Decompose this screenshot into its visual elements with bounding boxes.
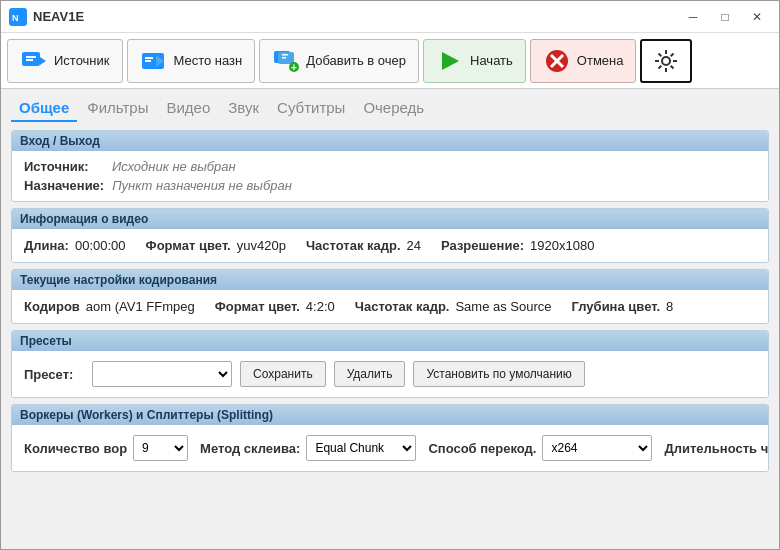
source-value: Исходник не выбран	[112, 159, 236, 174]
tab-general[interactable]: Общее	[11, 95, 77, 122]
encoding-header: Текущие настройки кодирования	[12, 270, 768, 290]
add-to-queue-button[interactable]: + Добавить в очер	[259, 39, 419, 83]
bitdepth-item: Глубина цвет. 8	[572, 299, 674, 314]
start-icon	[436, 47, 464, 75]
encoding-section: Текущие настройки кодирования Кодиров ao…	[11, 269, 769, 324]
svg-marker-15	[442, 52, 459, 70]
codec-label: Кодиров	[24, 299, 80, 314]
merge-method-label: Метод склеива:	[200, 441, 300, 456]
window-title: NEAV1E	[33, 9, 84, 24]
framerate-item: Частотак кадр. 24	[306, 238, 421, 253]
video-info-body: Длина: 00:00:00 Формат цвет. yuv420p Час…	[12, 229, 768, 262]
preset-label: Пресет:	[24, 367, 84, 382]
delete-preset-button[interactable]: Удалить	[334, 361, 406, 387]
workers-count-select[interactable]: 9 1 2 4 8	[133, 435, 188, 461]
source-row: Источник: Исходник не выбран	[24, 157, 756, 176]
duration-label: Длина:	[24, 238, 69, 253]
svg-rect-11	[282, 54, 288, 56]
resolution-item: Разрешение: 1920x1080	[441, 238, 594, 253]
io-section: Вход / Выход Источник: Исходник не выбра…	[11, 130, 769, 202]
chunk-duration-label: Длительность чанка (се	[664, 441, 769, 456]
set-default-preset-button[interactable]: Установить по умолчанию	[413, 361, 584, 387]
svg-line-25	[671, 65, 674, 68]
encoding-body: Кодиров aom (AV1 FFmpeg Формат цвет. 4:2…	[12, 290, 768, 323]
nav-tabs: Общее Фильтры Видео Звук Субтитры Очеред…	[1, 89, 779, 122]
codec-value: aom (AV1 FFmpeg	[86, 299, 195, 314]
framerate-value: 24	[407, 238, 421, 253]
enc-colorformat-value: 4:2:0	[306, 299, 335, 314]
enc-framerate-value: Same as Source	[455, 299, 551, 314]
enc-colorformat-label: Формат цвет.	[215, 299, 300, 314]
workers-count-label: Количество вор	[24, 441, 127, 456]
tab-video[interactable]: Видео	[158, 95, 218, 122]
source-icon	[20, 47, 48, 75]
dest-value: Пункт назначения не выбран	[112, 178, 292, 193]
enc-framerate-label: Частотак кадр.	[355, 299, 450, 314]
maximize-button[interactable]: □	[711, 6, 739, 28]
video-info-section: Информация о видео Длина: 00:00:00 Форма…	[11, 208, 769, 263]
start-label: Начать	[470, 53, 513, 68]
svg-rect-12	[282, 57, 286, 59]
merge-method-select[interactable]: Equal Chunk	[306, 435, 416, 461]
cancel-button[interactable]: Отмена	[530, 39, 637, 83]
resolution-label: Разрешение:	[441, 238, 524, 253]
colorformat-value: yuv420p	[237, 238, 286, 253]
destination-button[interactable]: Место назн	[127, 39, 256, 83]
dest-row: Назначение: Пункт назначения не выбран	[24, 176, 756, 195]
workers-count-item: Количество вор 9 1 2 4 8	[24, 435, 188, 461]
duration-value: 00:00:00	[75, 238, 126, 253]
presets-body: Пресет: Сохранить Удалить Установить по …	[12, 351, 768, 397]
main-window: N NEAV1E ─ □ ✕ Источник	[0, 0, 780, 550]
minimize-button[interactable]: ─	[679, 6, 707, 28]
svg-line-27	[659, 65, 662, 68]
destination-label: Место назн	[174, 53, 243, 68]
colorformat-item: Формат цвет. yuv420p	[146, 238, 286, 253]
bitdepth-label: Глубина цвет.	[572, 299, 660, 314]
svg-text:N: N	[12, 13, 19, 23]
pass-method-label: Способ перекод.	[428, 441, 536, 456]
pass-method-select[interactable]: x264	[542, 435, 652, 461]
svg-rect-7	[145, 57, 153, 59]
workers-header: Воркеры (Workers) и Сплиттеры (Splitting…	[12, 405, 768, 425]
resolution-value: 1920x1080	[530, 238, 594, 253]
svg-point-19	[662, 57, 670, 65]
bitdepth-value: 8	[666, 299, 673, 314]
io-header: Вход / Выход	[12, 131, 768, 151]
presets-row: Пресет: Сохранить Удалить Установить по …	[24, 357, 756, 391]
svg-text:+: +	[291, 62, 297, 73]
tab-filters[interactable]: Фильтры	[79, 95, 156, 122]
settings-icon	[652, 47, 680, 75]
window-controls: ─ □ ✕	[679, 6, 771, 28]
add-to-queue-icon: +	[272, 47, 300, 75]
app-icon: N	[9, 8, 27, 26]
framerate-label: Частотак кадр.	[306, 238, 401, 253]
tab-subtitles[interactable]: Субтитры	[269, 95, 353, 122]
workers-row: Количество вор 9 1 2 4 8 Метод склеива: …	[24, 431, 756, 465]
svg-rect-4	[26, 59, 33, 61]
workers-section: Воркеры (Workers) и Сплиттеры (Splitting…	[11, 404, 769, 472]
title-bar: N NEAV1E ─ □ ✕	[1, 1, 779, 33]
close-button[interactable]: ✕	[743, 6, 771, 28]
tab-audio[interactable]: Звук	[220, 95, 267, 122]
destination-icon	[140, 47, 168, 75]
source-button[interactable]: Источник	[7, 39, 123, 83]
main-content: Вход / Выход Источник: Исходник не выбра…	[1, 122, 779, 549]
toolbar: Источник Место назн	[1, 33, 779, 89]
presets-section: Пресеты Пресет: Сохранить Удалить Устано…	[11, 330, 769, 398]
duration-item: Длина: 00:00:00	[24, 238, 126, 253]
svg-line-26	[671, 53, 674, 56]
enc-colorformat-item: Формат цвет. 4:2:0	[215, 299, 335, 314]
merge-method-item: Метод склеива: Equal Chunk	[200, 435, 416, 461]
add-to-queue-label: Добавить в очер	[306, 53, 406, 68]
video-info-header: Информация о видео	[12, 209, 768, 229]
source-label-text: Источник:	[24, 159, 104, 174]
save-preset-button[interactable]: Сохранить	[240, 361, 326, 387]
dest-label-text: Назначение:	[24, 178, 104, 193]
encoding-row: Кодиров aom (AV1 FFmpeg Формат цвет. 4:2…	[24, 296, 756, 317]
settings-button[interactable]	[640, 39, 692, 83]
preset-select[interactable]	[92, 361, 232, 387]
start-button[interactable]: Начать	[423, 39, 526, 83]
enc-framerate-item: Частотак кадр. Same as Source	[355, 299, 552, 314]
svg-rect-3	[26, 56, 36, 58]
tab-queue[interactable]: Очередь	[355, 95, 432, 122]
